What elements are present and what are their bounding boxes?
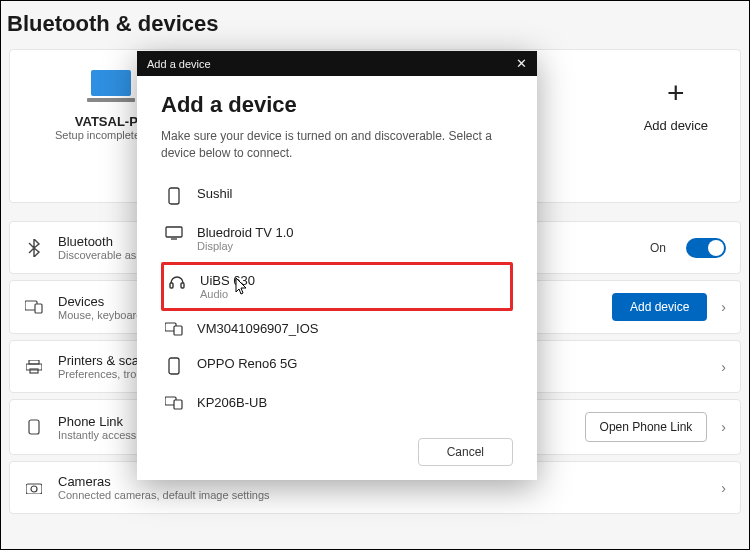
dialog-subtitle: Make sure your device is turned on and d… [161,128,513,162]
svg-rect-17 [169,358,179,374]
camera-icon [24,482,44,494]
device-item[interactable]: OPPO Reno6 5G [161,346,513,385]
svg-rect-16 [174,326,182,335]
add-device-dialog: Add a device ✕ Add a device Make sure yo… [137,51,537,480]
chevron-right-icon: › [721,359,726,375]
phone-icon [24,419,44,435]
device-item[interactable]: UiBS 630Audio [161,262,513,311]
svg-point-9 [31,486,37,492]
device-item[interactable]: KP206B-UB [161,385,513,420]
device-list: SushilBluedroid TV 1.0DisplayUiBS 630Aud… [161,176,513,420]
device-name: VM3041096907_IOS [197,321,318,336]
plus-icon: + [667,78,685,108]
svg-rect-7 [29,420,39,434]
laptop-icon [83,68,139,106]
svg-rect-19 [174,400,182,409]
svg-rect-11 [166,227,182,237]
dialog-titlebar: Add a device ✕ [137,51,537,76]
device-icon [165,322,183,336]
device-icon [165,396,183,410]
chevron-right-icon: › [721,419,726,435]
svg-rect-13 [170,283,173,288]
svg-rect-0 [91,70,131,96]
phone-icon [165,187,183,205]
phone-icon [165,357,183,375]
add-device-label: Add device [644,118,708,133]
device-name: Sushil [197,186,232,201]
device-name: UiBS 630 [200,273,255,288]
svg-rect-1 [87,98,135,102]
devices-icon [24,300,44,314]
bluetooth-state: On [650,241,666,255]
chevron-right-icon: › [721,299,726,315]
device-item[interactable]: Sushil [161,176,513,215]
bluetooth-icon [24,239,44,257]
device-type: Audio [200,288,255,300]
close-icon[interactable]: ✕ [516,56,527,71]
device-name: Bluedroid TV 1.0 [197,225,294,240]
devices-add-button[interactable]: Add device [612,293,707,321]
bluetooth-toggle[interactable] [686,238,726,258]
device-name: KP206B-UB [197,395,267,410]
svg-rect-14 [181,283,184,288]
svg-rect-4 [29,360,39,364]
device-type: Display [197,240,294,252]
device-name: OPPO Reno6 5G [197,356,297,371]
printer-icon [24,360,44,374]
svg-rect-10 [169,188,179,204]
page-title: Bluetooth & devices [1,1,749,49]
open-phone-link-button[interactable]: Open Phone Link [585,412,708,442]
chevron-right-icon: › [721,480,726,496]
device-item[interactable]: VM3041096907_IOS [161,311,513,346]
display-icon [165,226,183,240]
add-device-button[interactable]: + Add device [644,78,708,133]
audio-icon [168,274,186,290]
cameras-subtitle: Connected cameras, default image setting… [58,489,707,501]
device-item[interactable]: Bluedroid TV 1.0Display [161,215,513,262]
dialog-titlebar-text: Add a device [147,58,211,70]
dialog-heading: Add a device [161,92,513,118]
svg-rect-3 [35,304,42,313]
cancel-button[interactable]: Cancel [418,438,513,466]
